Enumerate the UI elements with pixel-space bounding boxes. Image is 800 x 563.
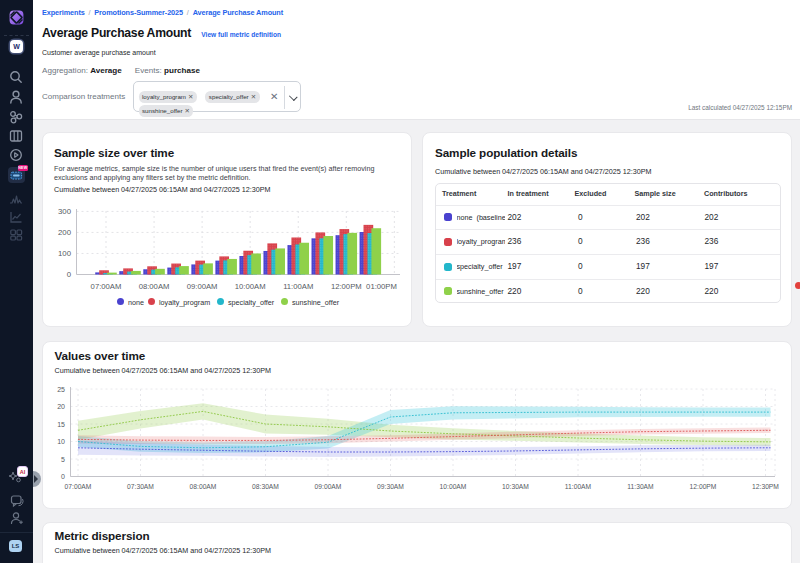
svg-text:20: 20 xyxy=(57,403,65,410)
svg-text:09:00AM: 09:00AM xyxy=(315,483,342,490)
svg-text:10:00AM: 10:00AM xyxy=(235,282,266,291)
svg-text:100: 100 xyxy=(58,249,72,258)
svg-text:10:00AM: 10:00AM xyxy=(440,483,467,490)
svg-text:5: 5 xyxy=(61,456,65,463)
svg-text:11:00AM: 11:00AM xyxy=(565,483,592,490)
svg-text:25: 25 xyxy=(57,386,65,393)
svg-text:15: 15 xyxy=(57,421,65,428)
svg-text:09:30AM: 09:30AM xyxy=(377,483,404,490)
svg-text:07:00AM: 07:00AM xyxy=(65,483,92,490)
svg-text:0: 0 xyxy=(61,473,65,480)
svg-text:12:00PM: 12:00PM xyxy=(331,282,362,291)
svg-text:0: 0 xyxy=(67,270,72,279)
svg-text:10:30AM: 10:30AM xyxy=(502,483,529,490)
svg-text:07:00AM: 07:00AM xyxy=(91,282,122,291)
svg-text:08:00AM: 08:00AM xyxy=(139,282,170,291)
svg-text:09:00AM: 09:00AM xyxy=(187,282,218,291)
svg-text:01:00PM: 01:00PM xyxy=(366,282,397,291)
svg-text:200: 200 xyxy=(58,228,72,237)
svg-text:12:30PM: 12:30PM xyxy=(752,483,779,490)
svg-text:07:30AM: 07:30AM xyxy=(127,483,154,490)
svg-text:11:30AM: 11:30AM xyxy=(627,483,654,490)
svg-text:300: 300 xyxy=(58,207,72,216)
svg-text:08:30AM: 08:30AM xyxy=(252,483,279,490)
svg-text:11:00AM: 11:00AM xyxy=(283,282,313,291)
svg-text:10: 10 xyxy=(57,438,65,445)
svg-text:08:00AM: 08:00AM xyxy=(190,483,217,490)
svg-text:12:00PM: 12:00PM xyxy=(690,483,717,490)
